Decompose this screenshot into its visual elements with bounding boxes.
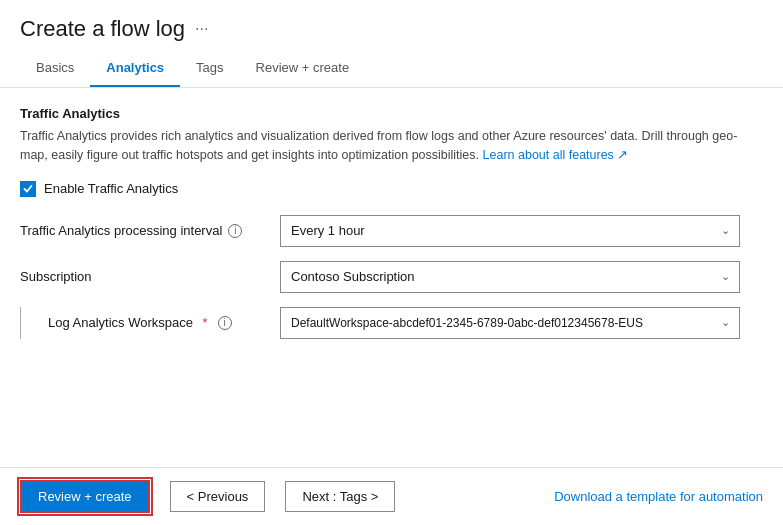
interval-label: Traffic Analytics processing interval i xyxy=(20,223,280,238)
workspace-row: Log Analytics Workspace * i DefaultWorks… xyxy=(20,307,763,339)
next-button[interactable]: Next : Tags > xyxy=(285,481,395,512)
workspace-dropdown[interactable]: DefaultWorkspace-abcdef01-2345-6789-0abc… xyxy=(280,307,740,339)
learn-more-link[interactable]: Learn about all features ↗ xyxy=(483,148,629,162)
enable-analytics-row: Enable Traffic Analytics xyxy=(20,181,763,197)
workspace-control: DefaultWorkspace-abcdef01-2345-6789-0abc… xyxy=(280,307,740,339)
page-title: Create a flow log xyxy=(20,16,185,42)
interval-info-icon[interactable]: i xyxy=(228,224,242,238)
section-description: Traffic Analytics provides rich analytic… xyxy=(20,127,740,165)
workspace-required-star: * xyxy=(199,315,208,330)
header-ellipsis[interactable]: ··· xyxy=(195,20,208,38)
interval-dropdown[interactable]: Every 1 hour Every 10 minutes xyxy=(280,215,740,247)
footer: Review + create < Previous Next : Tags >… xyxy=(0,467,783,525)
subscription-control: Contoso Subscription ⌄ xyxy=(280,261,740,293)
tab-tags[interactable]: Tags xyxy=(180,50,239,87)
tab-analytics[interactable]: Analytics xyxy=(90,50,180,87)
subscription-dropdown[interactable]: Contoso Subscription xyxy=(280,261,740,293)
interval-row: Traffic Analytics processing interval i … xyxy=(20,215,763,247)
review-create-button[interactable]: Review + create xyxy=(20,480,150,513)
subscription-row: Subscription Contoso Subscription ⌄ xyxy=(20,261,763,293)
previous-button[interactable]: < Previous xyxy=(170,481,266,512)
enable-analytics-label: Enable Traffic Analytics xyxy=(44,181,178,196)
download-template-link[interactable]: Download a template for automation xyxy=(554,489,763,504)
external-link-icon: ↗ xyxy=(617,148,628,162)
section-title: Traffic Analytics xyxy=(20,106,763,121)
enable-analytics-checkbox[interactable] xyxy=(20,181,36,197)
tab-basics[interactable]: Basics xyxy=(20,50,90,87)
workspace-label: Log Analytics Workspace * i xyxy=(20,307,280,339)
tab-review-create[interactable]: Review + create xyxy=(240,50,366,87)
tabs-bar: Basics Analytics Tags Review + create xyxy=(0,50,783,88)
workspace-info-icon[interactable]: i xyxy=(218,316,232,330)
subscription-label: Subscription xyxy=(20,269,280,284)
interval-control: Every 1 hour Every 10 minutes ⌄ xyxy=(280,215,740,247)
main-content: Traffic Analytics Traffic Analytics prov… xyxy=(0,88,783,467)
